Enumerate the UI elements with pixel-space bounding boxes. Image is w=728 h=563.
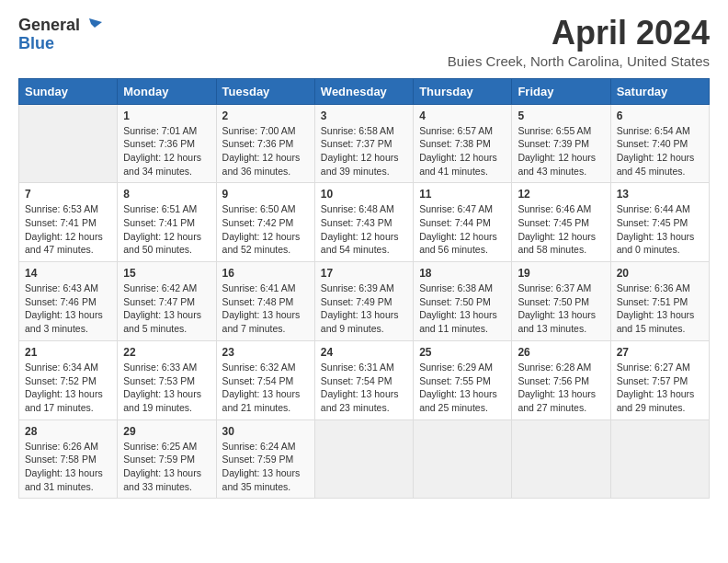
calendar-cell: 17Sunrise: 6:39 AMSunset: 7:49 PMDayligh… (314, 262, 413, 341)
header: General Blue April 2024 Buies Creek, Nor… (18, 15, 710, 69)
calendar-cell: 5Sunrise: 6:55 AMSunset: 7:39 PMDaylight… (512, 104, 610, 183)
col-header-tuesday: Tuesday (216, 78, 314, 104)
calendar-cell: 28Sunrise: 6:26 AMSunset: 7:58 PMDayligh… (19, 419, 118, 499)
day-number: 4 (419, 109, 506, 122)
day-number: 5 (518, 109, 604, 122)
calendar-cell (512, 419, 610, 499)
calendar-cell: 26Sunrise: 6:28 AMSunset: 7:56 PMDayligh… (512, 340, 610, 419)
calendar-cell: 23Sunrise: 6:32 AMSunset: 7:54 PMDayligh… (216, 340, 314, 419)
day-number: 9 (222, 188, 309, 201)
day-number: 12 (518, 188, 604, 201)
day-number: 6 (617, 109, 703, 122)
col-header-saturday: Saturday (610, 78, 709, 104)
calendar-body: 1Sunrise: 7:01 AMSunset: 7:36 PMDaylight… (19, 104, 710, 499)
day-number: 3 (321, 109, 407, 122)
day-number: 30 (222, 425, 309, 438)
day-info: Sunrise: 6:28 AMSunset: 7:56 PMDaylight:… (518, 361, 604, 415)
day-number: 15 (123, 267, 210, 280)
day-number: 26 (518, 346, 604, 359)
subtitle: Buies Creek, North Carolina, United Stat… (448, 53, 710, 69)
calendar-cell: 7Sunrise: 6:53 AMSunset: 7:41 PMDaylight… (19, 183, 118, 262)
calendar-cell: 22Sunrise: 6:33 AMSunset: 7:53 PMDayligh… (118, 340, 216, 419)
title-block: April 2024 Buies Creek, North Carolina, … (448, 15, 710, 69)
day-number: 23 (222, 346, 309, 359)
col-header-monday: Monday (118, 78, 216, 104)
calendar-header: SundayMondayTuesdayWednesdayThursdayFrid… (19, 78, 710, 104)
calendar-cell (610, 419, 709, 499)
calendar-cell: 3Sunrise: 6:58 AMSunset: 7:37 PMDaylight… (314, 104, 413, 183)
calendar-cell (314, 419, 413, 499)
day-info: Sunrise: 6:58 AMSunset: 7:37 PMDaylight:… (321, 124, 407, 178)
day-number: 29 (123, 425, 210, 438)
calendar-cell: 1Sunrise: 7:01 AMSunset: 7:36 PMDaylight… (118, 104, 216, 183)
day-number: 28 (25, 425, 111, 438)
day-info: Sunrise: 6:39 AMSunset: 7:49 PMDaylight:… (321, 282, 407, 336)
day-info: Sunrise: 6:54 AMSunset: 7:40 PMDaylight:… (617, 124, 703, 178)
day-number: 10 (321, 188, 407, 201)
calendar-cell: 12Sunrise: 6:46 AMSunset: 7:45 PMDayligh… (512, 183, 610, 262)
page: General Blue April 2024 Buies Creek, Nor… (0, 0, 728, 563)
day-info: Sunrise: 7:01 AMSunset: 7:36 PMDaylight:… (123, 124, 210, 178)
day-info: Sunrise: 7:00 AMSunset: 7:36 PMDaylight:… (222, 124, 309, 178)
calendar-cell: 6Sunrise: 6:54 AMSunset: 7:40 PMDaylight… (610, 104, 709, 183)
calendar-cell: 11Sunrise: 6:47 AMSunset: 7:44 PMDayligh… (414, 183, 512, 262)
calendar-cell: 14Sunrise: 6:43 AMSunset: 7:46 PMDayligh… (19, 262, 118, 341)
day-number: 25 (419, 346, 506, 359)
day-number: 13 (617, 188, 703, 201)
day-number: 14 (25, 267, 111, 280)
calendar-cell: 9Sunrise: 6:50 AMSunset: 7:42 PMDaylight… (216, 183, 314, 262)
day-info: Sunrise: 6:48 AMSunset: 7:43 PMDaylight:… (321, 202, 407, 257)
calendar-cell: 21Sunrise: 6:34 AMSunset: 7:52 PMDayligh… (19, 340, 118, 419)
day-number: 8 (123, 188, 210, 201)
logo-bird-icon (82, 15, 102, 35)
day-info: Sunrise: 6:57 AMSunset: 7:38 PMDaylight:… (419, 124, 506, 178)
day-info: Sunrise: 6:36 AMSunset: 7:51 PMDaylight:… (617, 282, 703, 336)
day-number: 21 (25, 346, 111, 359)
day-info: Sunrise: 6:29 AMSunset: 7:55 PMDaylight:… (419, 361, 506, 415)
calendar-cell (414, 419, 512, 499)
col-header-friday: Friday (512, 78, 610, 104)
day-info: Sunrise: 6:26 AMSunset: 7:58 PMDaylight:… (25, 440, 111, 494)
calendar-cell: 20Sunrise: 6:36 AMSunset: 7:51 PMDayligh… (610, 262, 709, 341)
day-number: 18 (419, 267, 506, 280)
calendar-cell: 30Sunrise: 6:24 AMSunset: 7:59 PMDayligh… (216, 419, 314, 499)
calendar-cell: 25Sunrise: 6:29 AMSunset: 7:55 PMDayligh… (414, 340, 512, 419)
day-number: 20 (617, 267, 703, 280)
calendar-table: SundayMondayTuesdayWednesdayThursdayFrid… (18, 78, 710, 500)
calendar-cell: 4Sunrise: 6:57 AMSunset: 7:38 PMDaylight… (414, 104, 512, 183)
day-number: 24 (321, 346, 407, 359)
day-info: Sunrise: 6:50 AMSunset: 7:42 PMDaylight:… (222, 202, 309, 257)
calendar-header-row: SundayMondayTuesdayWednesdayThursdayFrid… (19, 78, 710, 104)
col-header-sunday: Sunday (19, 78, 118, 104)
calendar-cell: 27Sunrise: 6:27 AMSunset: 7:57 PMDayligh… (610, 340, 709, 419)
day-info: Sunrise: 6:31 AMSunset: 7:54 PMDaylight:… (321, 361, 407, 415)
day-info: Sunrise: 6:33 AMSunset: 7:53 PMDaylight:… (123, 361, 210, 415)
day-info: Sunrise: 6:37 AMSunset: 7:50 PMDaylight:… (518, 282, 604, 336)
day-info: Sunrise: 6:24 AMSunset: 7:59 PMDaylight:… (222, 440, 309, 494)
day-number: 11 (419, 188, 506, 201)
day-info: Sunrise: 6:44 AMSunset: 7:45 PMDaylight:… (617, 202, 703, 257)
day-number: 16 (222, 267, 309, 280)
logo-general-text: General (18, 17, 80, 33)
calendar-cell: 2Sunrise: 7:00 AMSunset: 7:36 PMDaylight… (216, 104, 314, 183)
calendar-week-row: 7Sunrise: 6:53 AMSunset: 7:41 PMDaylight… (19, 183, 710, 262)
day-info: Sunrise: 6:27 AMSunset: 7:57 PMDaylight:… (617, 361, 703, 415)
day-number: 2 (222, 109, 309, 122)
day-info: Sunrise: 6:42 AMSunset: 7:47 PMDaylight:… (123, 282, 210, 336)
calendar-cell: 18Sunrise: 6:38 AMSunset: 7:50 PMDayligh… (414, 262, 512, 341)
svg-marker-0 (89, 18, 102, 28)
day-number: 27 (617, 346, 703, 359)
day-info: Sunrise: 6:25 AMSunset: 7:59 PMDaylight:… (123, 440, 210, 494)
day-number: 19 (518, 267, 604, 280)
col-header-wednesday: Wednesday (314, 78, 413, 104)
day-info: Sunrise: 6:38 AMSunset: 7:50 PMDaylight:… (419, 282, 506, 336)
col-header-thursday: Thursday (414, 78, 512, 104)
day-info: Sunrise: 6:34 AMSunset: 7:52 PMDaylight:… (25, 361, 111, 415)
day-number: 1 (123, 109, 210, 122)
calendar-cell: 29Sunrise: 6:25 AMSunset: 7:59 PMDayligh… (118, 419, 216, 499)
calendar-cell: 24Sunrise: 6:31 AMSunset: 7:54 PMDayligh… (314, 340, 413, 419)
logo-blue-text: Blue (18, 35, 54, 52)
day-info: Sunrise: 6:55 AMSunset: 7:39 PMDaylight:… (518, 124, 604, 178)
day-info: Sunrise: 6:47 AMSunset: 7:44 PMDaylight:… (419, 202, 506, 257)
logo: General Blue (18, 15, 102, 52)
